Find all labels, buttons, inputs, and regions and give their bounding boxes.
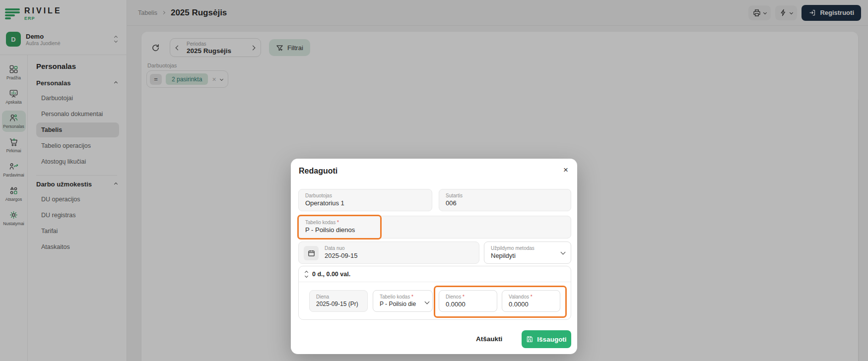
modal-title: Redaguoti bbox=[299, 167, 337, 176]
cancel-button[interactable]: Atšaukti bbox=[476, 335, 502, 343]
employee-field: Darbuotojas Operatorius 1 bbox=[298, 189, 432, 211]
timesheet-code-field[interactable]: Tabelio kodas * P - Poilsio dienos bbox=[298, 216, 571, 239]
day-date-field: Diena 2025-09-15 (Pr) bbox=[309, 290, 368, 312]
timesheet-app: RIVILE ERP D Demo Aušra Juodienė Pradžia… bbox=[0, 0, 868, 361]
day-code-select[interactable]: Tabelio kodas * P - Poilsio die bbox=[373, 290, 433, 312]
date-from-field[interactable]: Data nuo 2025-09-15 bbox=[298, 241, 479, 264]
calendar-icon[interactable] bbox=[304, 246, 319, 260]
day-days-input[interactable]: Dienos * 0.0000 bbox=[439, 290, 497, 312]
close-icon[interactable]: × bbox=[561, 164, 570, 176]
fill-method-select[interactable]: Užpildymo metodas Nepildyti bbox=[484, 241, 571, 264]
days-summary-header[interactable]: 0 d., 0.00 val. bbox=[299, 266, 571, 282]
save-button[interactable]: Išsaugoti bbox=[522, 330, 571, 348]
day-hours-input[interactable]: Valandos * 0.0000 bbox=[502, 290, 560, 312]
edit-modal: Redaguoti × Darbuotojas Operatorius 1 Su… bbox=[291, 159, 577, 354]
expand-updown-icon bbox=[305, 271, 308, 277]
contract-field: Sutartis 006 bbox=[439, 189, 571, 211]
save-icon bbox=[526, 336, 533, 343]
